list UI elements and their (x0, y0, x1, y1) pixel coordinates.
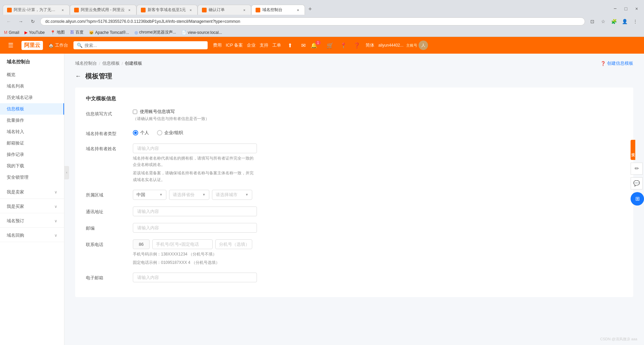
float-chat-button[interactable]: 💬 (631, 177, 643, 189)
username-sub: 主账号 (406, 43, 417, 48)
tab-2-close[interactable]: × (127, 7, 132, 13)
back-button[interactable]: ← (75, 73, 81, 80)
phone-main-input[interactable] (152, 239, 213, 249)
publish-button[interactable]: ⬆ (285, 41, 294, 50)
email-control (133, 273, 334, 282)
region-row: 所属区域 中国 ▼ 请选择省份 ▼ 请选择 (86, 190, 623, 200)
phone-hint1: 手机号码示例：138XXXX1234 （分机号不填） (133, 251, 257, 257)
region-province-select[interactable]: 请选择省份 ▼ (169, 190, 209, 200)
bookmark-viewsource[interactable]: 📄 view-source:local... (181, 30, 222, 35)
sidebar-item-overview[interactable]: 概览 (0, 69, 64, 80)
nav-fee[interactable]: 费用 (213, 42, 222, 48)
toolbar-icons: ⊡ ☆ 🧩 👤 ⋮ (588, 17, 640, 26)
feedback-tab[interactable]: 反馈 (631, 140, 635, 160)
bookmark-youtube[interactable]: ▶ YouTube (24, 30, 45, 35)
sidebar-group-preorder-toggle[interactable]: 域名预订 ∨ (0, 215, 64, 227)
sidebar-item-lock[interactable]: 安全锁管理 (0, 172, 64, 183)
forward-nav-button[interactable]: → (16, 17, 25, 26)
sidebar-collapse-button[interactable]: ‹ (64, 166, 69, 179)
bookmark-baidu[interactable]: 百 百度 (70, 30, 84, 35)
float-edit-button[interactable]: ✏ (631, 163, 643, 175)
location-button[interactable]: 📍 (339, 41, 348, 50)
new-tab-button[interactable]: + (305, 4, 315, 15)
sidebar-group-buyback-toggle[interactable]: 域名回购 ∨ (0, 229, 64, 242)
form-section: 中文模板信息 信息填写方式 使用账号信息填写 （请确认账号信息与持有者信息是否一… (75, 88, 633, 297)
cart-button[interactable]: 🛒 (325, 41, 335, 50)
bookmark-chrome[interactable]: ◎ chrome浏览器没声... (135, 30, 176, 35)
search-input[interactable] (85, 43, 204, 48)
address-input[interactable] (40, 17, 585, 25)
fill-method-label: 信息填写方式 (86, 109, 133, 117)
bookmark-gmail[interactable]: M Gmail (4, 30, 19, 35)
float-main-button[interactable]: ⊞ (631, 192, 644, 206)
tab-4[interactable]: 确认订单 × (198, 5, 251, 15)
minimize-button[interactable]: − (610, 4, 620, 13)
nav-lang[interactable]: 简体 (366, 42, 374, 48)
buyer-label: 我是买家 (7, 204, 24, 210)
bookmark-button[interactable]: ☆ (598, 17, 608, 26)
region-city-select[interactable]: 请选择城市 ▼ (212, 190, 252, 200)
question-icon: ❓ (600, 61, 606, 66)
tab-3-favicon (141, 8, 146, 12)
viewsource-icon: 📄 (181, 30, 186, 35)
sidebar-item-transfer[interactable]: 域名转入 (0, 126, 64, 137)
breadcrumb-item-2[interactable]: 信息模板 (102, 60, 120, 66)
region-country-arrow: ▼ (159, 193, 163, 196)
owner-name-hint2: 若该域名需备案，请确保域名持有者名称与备案主体名称一致，并完成域名实名认证。 (133, 170, 257, 183)
bookmark-viewsource-label: view-source:local... (188, 30, 222, 35)
close-button[interactable]: × (632, 4, 641, 13)
help-button[interactable]: ❓ (352, 41, 362, 50)
nav-icp[interactable]: ICP 备案 (226, 42, 243, 48)
user-info[interactable]: aliyun44402... 主账号 人 (378, 41, 428, 50)
breadcrumb-item-1[interactable]: 域名控制台 (75, 60, 97, 66)
bookmark-tomcat[interactable]: 🐱 Apache Tomcat®... (89, 30, 129, 35)
owner-name-control: 域名持有者名称代表域名的拥有权，请填写与所有者证件完全一致的企业名称或姓名。 若… (133, 143, 334, 183)
sidebar-item-template[interactable]: 信息模板 (0, 103, 64, 115)
buyback-collapse-icon: ∨ (54, 233, 57, 238)
region-country-select[interactable]: 中国 ▼ (133, 190, 166, 200)
tab-3-close[interactable]: × (188, 7, 193, 13)
breadcrumb: 域名控制台 / 信息模板 / 创建模板 ❓ 创建信息模板 (75, 60, 633, 66)
tab-5[interactable]: 域名控制台 × (251, 5, 305, 15)
maximize-button[interactable]: □ (621, 4, 631, 13)
sidebar-item-download[interactable]: 我的下载 (0, 160, 64, 172)
extensions-button[interactable]: 🧩 (609, 17, 619, 26)
sidebar-item-batch[interactable]: 批量操作 (0, 115, 64, 126)
mail-button[interactable]: ✉ (299, 41, 308, 50)
workbench-button[interactable]: 🏠 工作台 (48, 42, 68, 48)
sidebar-item-domainlist[interactable]: 域名列表 (0, 80, 64, 92)
nav-support[interactable]: 支持 (260, 42, 268, 48)
sidebar-item-oplog[interactable]: 操作记录 (0, 149, 64, 160)
tab-4-close[interactable]: × (241, 7, 247, 13)
address-input[interactable] (133, 207, 257, 216)
breadcrumb-action[interactable]: ❓ 创建信息模板 (600, 60, 633, 66)
menu-button[interactable]: ⋮ (631, 17, 640, 26)
tab-3[interactable]: 新客专享域名低至1元 × (137, 5, 198, 15)
tab-5-close[interactable]: × (295, 7, 301, 13)
nav-ticket[interactable]: 工单 (272, 42, 281, 48)
profile-button[interactable]: 👤 (620, 17, 629, 26)
sidebar-item-email[interactable]: 邮箱验证 (0, 137, 64, 149)
fill-checkbox[interactable] (133, 110, 137, 114)
tab-1[interactable]: 阿里云-计算，为了无法计算的价... × (3, 5, 70, 15)
hamburger-button[interactable]: ☰ (5, 40, 16, 51)
sidebar-item-history[interactable]: 历史域名记录 (0, 92, 64, 103)
postal-input[interactable] (133, 223, 257, 233)
bookmark-maps[interactable]: 📍 地图 (50, 30, 65, 35)
breadcrumb-current: 创建模板 (125, 60, 142, 66)
radio-personal[interactable]: 个人 (133, 130, 149, 136)
tab-2[interactable]: 阿里云免费试用 - 阿里云 × (70, 5, 137, 15)
owner-name-input[interactable] (133, 143, 257, 153)
nav-enterprise[interactable]: 企业 (247, 42, 256, 48)
email-row: 电子邮箱 (86, 273, 623, 282)
phone-ext-input[interactable] (215, 239, 252, 249)
back-nav-button[interactable]: ← (4, 17, 13, 26)
tab-1-close[interactable]: × (60, 7, 65, 13)
radio-enterprise[interactable]: 企业/组织 (157, 130, 183, 136)
notification-button[interactable]: 🔔1 (312, 41, 321, 50)
reload-button[interactable]: ↻ (28, 17, 38, 26)
sidebar-group-seller-toggle[interactable]: 我是卖家 ∨ (0, 186, 64, 198)
email-input[interactable] (133, 273, 257, 282)
cast-button[interactable]: ⊡ (588, 17, 597, 26)
sidebar-group-buyer-toggle[interactable]: 我是买家 ∨ (0, 200, 64, 213)
